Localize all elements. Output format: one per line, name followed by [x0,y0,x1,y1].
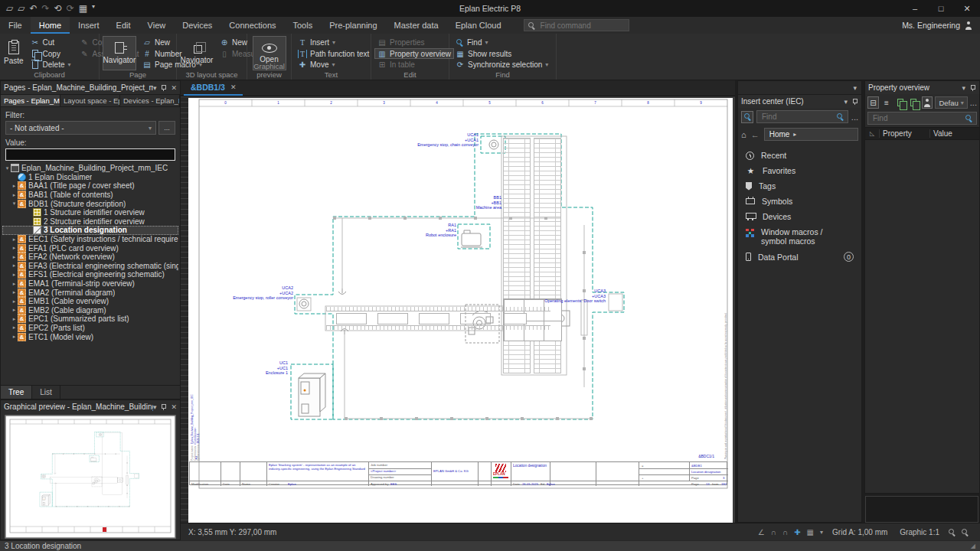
tab-devices[interactable]: Devices [174,17,220,34]
page-navigator-button[interactable]: Navigator [103,36,136,70]
tree-row[interactable]: ▸&EFA2 (Network overview) [2,253,178,262]
tree-row[interactable]: ▸&EMA1 (Terminal-strip overview) [2,279,178,289]
insert-center-item-tags[interactable]: Tags [738,178,861,194]
tab-insert[interactable]: Insert [70,17,108,34]
find-command-input[interactable] [539,21,626,31]
drawing-label-uca1[interactable]: UCA1+UCA1Emergency stop, chain conveyor [417,132,479,148]
tab-connections[interactable]: Connections [220,17,284,34]
filter-select[interactable]: - Not activated - ▾ [5,121,156,135]
panel-close-icon[interactable]: ✕ [171,84,177,92]
grid-dropdown-icon[interactable]: ▾ [820,529,823,536]
3d-navigator-button[interactable]: Navigator [180,36,214,70]
tab-devices-panel[interactable]: Devices - Eplan_M... [120,95,180,106]
pin-icon[interactable] [160,403,167,411]
drawing-label-uca3[interactable]: UCA3+UCA3Operating elements: Door switch [544,289,606,304]
tree-row[interactable]: ▸&BAA1 (Title page / cover sheet) [2,181,178,191]
delete-button[interactable]: Delete▾ [28,59,74,70]
text-insert-button[interactable]: TInsert▾ [295,37,372,48]
back-icon[interactable]: ← [751,130,760,139]
value-input[interactable] [5,148,175,161]
pin-icon[interactable] [969,84,976,92]
tree-row[interactable]: ▸&EPC1 (Summarized parts list) [2,315,178,324]
tree-row[interactable]: ▸&EMB1 (Cable overview) [2,297,178,306]
editor-tab[interactable]: &BDB1/3 ✕ [184,80,243,96]
tree-row-selected[interactable]: 3 Location designation [2,226,178,235]
panel-list-dropdown-icon[interactable]: ▾ [853,84,857,92]
find-button[interactable]: Find▾ [452,37,551,48]
filter-browse-button[interactable]: ... [158,121,175,135]
insert-center-item-recent[interactable]: Recent [738,148,861,163]
tab-layout-space[interactable]: Layout space - Epl... [60,95,120,106]
drawing-label-uca2[interactable]: UCA2+UCA2Emergency stop, roller conveyor [233,285,293,301]
move-handle-icon[interactable]: ✚ [794,528,800,536]
tree-row[interactable]: ▸&EPC2 (Parts list) [2,324,178,333]
property-overview-button[interactable]: ▥Property overview [374,48,454,60]
paste-button[interactable]: Paste [3,36,24,70]
insert-center-filter-button[interactable] [741,111,753,123]
canvas-scrollbar[interactable] [181,96,188,523]
tab-close-icon[interactable]: ✕ [230,83,237,91]
tree-row-project[interactable]: ▾Eplan_Machine_Building_Project_mm_IEC [2,164,178,173]
insert-center-more-button[interactable]: ... [851,112,858,122]
tree-row[interactable]: ▸&EFS1 (Electrical engineering schematic… [2,270,178,279]
tab-pages[interactable]: Pages - Eplan_Mac... [1,95,60,106]
drawing-sheet[interactable]: 0 1 2 3 4 5 6 7 8 9 UCA1+UCA1Emergency s… [188,98,733,523]
move-button[interactable]: ✚Move▾ [295,59,372,70]
tree-row[interactable]: 1 Eplan Disclaimer [2,173,178,182]
tree-row[interactable]: ▸&BAB1 (Table of contents) [2,191,178,200]
panel-dropdown-icon[interactable]: ▾ [962,84,965,92]
show-results-button[interactable]: ▦Show results [452,48,551,60]
breadcrumb[interactable]: Home ▸ [764,128,858,141]
grid-icon[interactable]: ▦ [807,528,814,536]
synchronize-selection-button[interactable]: ⟳Synchronize selection▾ [452,59,551,70]
pin-icon[interactable] [160,84,167,92]
value-column-header[interactable]: Value [929,129,979,138]
property-copy-button[interactable] [894,96,906,109]
tab-eplan-cloud[interactable]: Eplan Cloud [447,17,510,34]
insert-center-find-input[interactable] [760,112,833,122]
tree-row[interactable]: 2 Structure identifier overview [2,217,178,227]
insert-center-item-favorites[interactable]: ★Favorites [738,163,861,178]
property-paste-button[interactable] [908,96,920,109]
panel-dropdown-icon[interactable]: ▾ [153,403,157,411]
tab-file[interactable]: File [0,17,31,34]
in-table-button[interactable]: ⊞In table [374,59,454,70]
list-tab[interactable]: List [32,386,60,399]
tab-view[interactable]: View [139,17,175,34]
insert-center-find-box[interactable] [756,110,848,123]
tree-row[interactable]: ▸&ETC1 (Model view) [2,332,178,341]
tab-home[interactable]: Home [31,17,70,34]
tree-row[interactable]: ▸&EEC1 (Safety instructions / technical … [2,235,178,244]
cut-button[interactable]: ✂Cut [28,37,74,48]
panel-close-icon[interactable]: ✕ [171,403,177,411]
property-list-view-button[interactable]: ≡ [881,96,893,109]
angle-snap-icon[interactable]: ∠ [758,528,765,536]
zoom-out-icon[interactable] [961,528,969,536]
preview-page[interactable] [1,412,180,540]
property-tree-view-button[interactable]: ⊟ [867,96,879,109]
drawing-canvas[interactable]: 0 1 2 3 4 5 6 7 8 9 UCA1+UCA1Emergency s… [181,96,735,523]
design-mode-icon[interactable]: ∩ [782,528,788,536]
path-function-text-button[interactable]: TPath function text [295,48,372,60]
property-find-box[interactable] [867,112,977,125]
tree-row[interactable]: 1 Structure identifier overview [2,208,178,217]
object-snap-icon[interactable]: ∩ [771,528,776,536]
zoom-in-icon[interactable] [948,528,956,536]
drawing-label-uc1[interactable]: UC1+UC1Enclosure 1 [266,360,288,376]
tree-row[interactable]: ▸&EFA1 (PLC card overview) [2,243,178,253]
insert-center-item-data-portal[interactable]: Data Portal0 [738,249,861,265]
tree-row[interactable]: ▸&EFA3 (Electrical engineering schematic… [2,262,178,271]
property-find-input[interactable] [871,113,962,123]
copy-button[interactable]: Copy [28,48,74,60]
property-user-button[interactable] [922,96,933,109]
user-account[interactable]: Ms. Engineering [902,21,980,30]
find-command-box[interactable] [524,19,629,31]
tab-tools[interactable]: Tools [285,17,322,34]
property-scheme-select[interactable]: Defau▾ [935,96,967,109]
tab-master-data[interactable]: Master data [386,17,447,34]
pin-icon[interactable] [851,98,858,106]
tree-row[interactable]: ▸&EMA2 (Terminal diagram) [2,288,178,297]
drawing-label-ra1[interactable]: RA1+RA1Robot enclosure [426,223,456,238]
panel-dropdown-icon[interactable]: ▾ [153,84,157,92]
tree-tab[interactable]: Tree [1,386,32,399]
